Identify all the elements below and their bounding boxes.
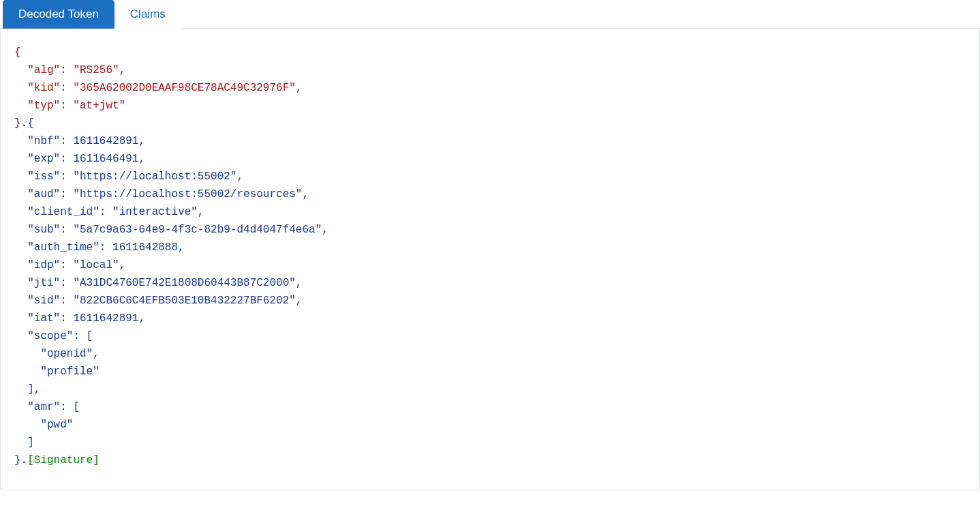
tab-decoded-token[interactable]: Decoded Token <box>3 0 114 29</box>
tab-bar: Decoded Token Claims <box>0 0 980 29</box>
decoded-token-content: { ″alg″: ″RS256″, ″kid″: ″365A62002D0EAA… <box>14 44 966 469</box>
decoded-token-panel: { ″alg″: ″RS256″, ″kid″: ″365A62002D0EAA… <box>0 29 980 490</box>
signature-placeholder: [Signature] <box>27 454 99 466</box>
token-viewer: Decoded Token Claims { ″alg″: ″RS256″, ″… <box>0 0 980 490</box>
tab-claims[interactable]: Claims <box>114 0 181 29</box>
